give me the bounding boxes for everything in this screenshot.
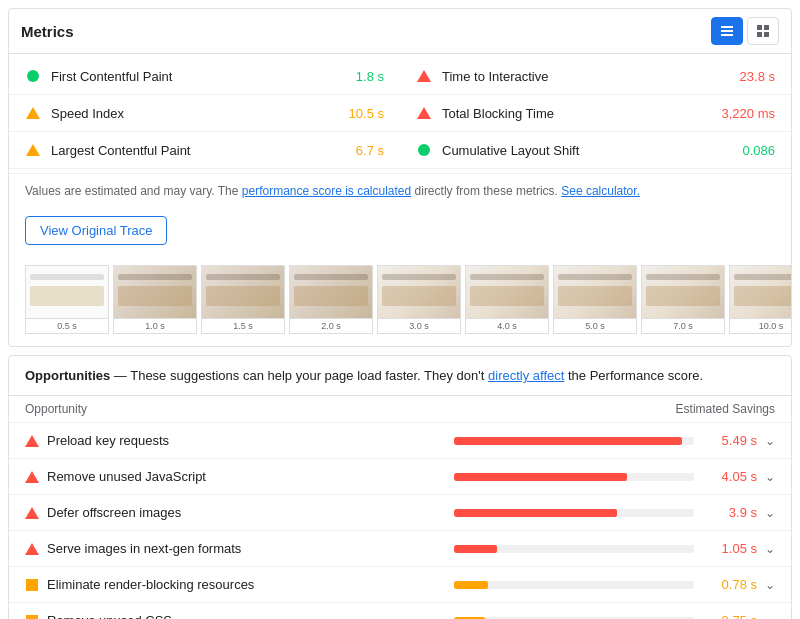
red-triangle-icon [25,470,39,484]
opp-label: Remove unused JavaScript [47,469,446,484]
opp-savings: 0.75 s [702,613,757,619]
thumb-image [730,266,791,318]
tbt-label: Total Blocking Time [442,106,722,121]
opp-bar-container [454,437,694,445]
opportunity-item[interactable]: Preload key requests 5.49 s ⌄ [9,423,791,459]
opportunities-section: Opportunities — These suggestions can he… [8,355,792,619]
opp-list: Preload key requests 5.49 s ⌄ Remove unu… [9,423,791,619]
opp-label: Preload key requests [47,433,446,448]
metric-cls: Cumulative Layout Shift 0.086 [400,132,791,169]
grid-icon [755,23,771,39]
opportunity-item[interactable]: Remove unused JavaScript 4.05 s ⌄ [9,459,791,495]
opp-bar [454,581,488,589]
filmstrip-label: 0.5 s [26,318,108,333]
svg-rect-6 [764,32,769,37]
chevron-down-icon[interactable]: ⌄ [765,470,775,484]
opp-bar-container [454,473,694,481]
svg-rect-5 [757,32,762,37]
tbt-value: 3,220 ms [722,106,775,121]
chevron-down-icon[interactable]: ⌄ [765,614,775,620]
thumb-image [26,266,108,318]
chevron-down-icon[interactable]: ⌄ [765,542,775,556]
metrics-title: Metrics [21,23,74,40]
opp-savings: 1.05 s [702,541,757,556]
tti-label: Time to Interactive [442,69,740,84]
list-icon [719,23,735,39]
opportunity-item[interactable]: Remove unused CSS 0.75 s ⌄ [9,603,791,619]
metrics-note: Values are estimated and may vary. The p… [9,173,791,208]
opportunity-item[interactable]: Defer offscreen images 3.9 s ⌄ [9,495,791,531]
filmstrip-frame: 3.0 s [377,265,461,334]
filmstrip-label: 2.0 s [290,318,372,333]
tbt-icon [416,105,432,121]
filmstrip-frame: 2.0 s [289,265,373,334]
opportunity-item[interactable]: Serve images in next-gen formats 1.05 s … [9,531,791,567]
filmstrip-label: 5.0 s [554,318,636,333]
directly-affect-link[interactable]: directly affect [488,368,564,383]
metric-lcp: Largest Contentful Paint 6.7 s [9,132,400,169]
thumb-image [554,266,636,318]
opp-bar [454,509,617,517]
fcp-icon [25,68,41,84]
orange-square-icon [25,614,39,620]
thumb-image [378,266,460,318]
col-savings: Estimated Savings [676,402,775,416]
view-trace-button[interactable]: View Original Trace [25,216,167,245]
red-triangle-icon [25,506,39,520]
filmstrip-frame: 7.0 s [641,265,725,334]
svg-rect-0 [721,26,733,28]
perf-score-link[interactable]: performance score is calculated [242,184,411,198]
lcp-value: 6.7 s [356,143,384,158]
opp-savings: 0.78 s [702,577,757,592]
opp-bar [454,473,627,481]
si-value: 10.5 s [349,106,384,121]
opp-label: Remove unused CSS [47,613,446,619]
opp-bar [454,545,497,553]
svg-rect-2 [721,34,733,36]
svg-rect-3 [757,25,762,30]
thumb-image [114,266,196,318]
opportunity-item[interactable]: Eliminate render-blocking resources 0.78… [9,567,791,603]
fcp-label: First Contentful Paint [51,69,356,84]
filmstrip-label: 1.0 s [114,318,196,333]
opp-bar-container [454,581,694,589]
filmstrip-frame: 10.0 s [729,265,791,334]
chevron-down-icon[interactable]: ⌄ [765,578,775,592]
filmstrip-label: 10.0 s [730,318,791,333]
cls-value: 0.086 [742,143,775,158]
calculator-link[interactable]: See calculator. [561,184,640,198]
svg-rect-1 [721,30,733,32]
filmstrip-label: 7.0 s [642,318,724,333]
red-triangle-icon [25,434,39,448]
filmstrip-label: 1.5 s [202,318,284,333]
opp-bar [454,437,682,445]
chevron-down-icon[interactable]: ⌄ [765,506,775,520]
opp-label: Eliminate render-blocking resources [47,577,446,592]
lcp-label: Largest Contentful Paint [51,143,356,158]
filmstrip-frame: 4.0 s [465,265,549,334]
opp-subheader: Opportunity Estimated Savings [9,396,791,423]
metric-fcp: First Contentful Paint 1.8 s [9,58,400,95]
fcp-value: 1.8 s [356,69,384,84]
opp-header: Opportunities — These suggestions can he… [9,356,791,396]
chevron-down-icon[interactable]: ⌄ [765,434,775,448]
cls-label: Cumulative Layout Shift [442,143,742,158]
si-label: Speed Index [51,106,349,121]
orange-square-icon [25,578,39,592]
opp-title: Opportunities [25,368,110,383]
tti-icon [416,68,432,84]
thumb-image [202,266,284,318]
metrics-header: Metrics [9,9,791,54]
filmstrip-frame: 1.5 s [201,265,285,334]
list-view-button[interactable] [711,17,743,45]
opp-bar-container [454,509,694,517]
detail-view-button[interactable] [747,17,779,45]
view-trace-container: View Original Trace [9,208,791,257]
filmstrip-frame: 5.0 s [553,265,637,334]
lcp-icon [25,142,41,158]
tti-value: 23.8 s [740,69,775,84]
opp-bar-container [454,545,694,553]
opp-label: Serve images in next-gen formats [47,541,446,556]
filmstrip-frame: 1.0 s [113,265,197,334]
col-opportunity: Opportunity [25,402,87,416]
